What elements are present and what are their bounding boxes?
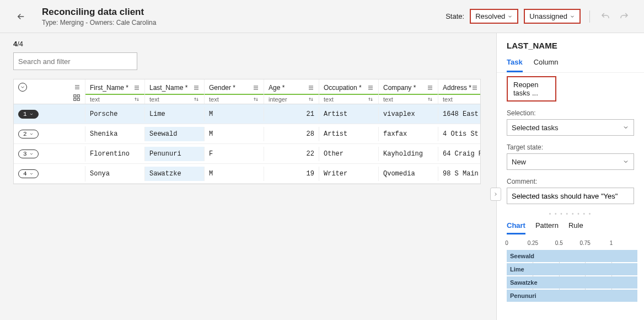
column-sort-icon[interactable] bbox=[367, 96, 374, 103]
cell-gender: M bbox=[205, 167, 264, 181]
column-menu-icon[interactable] bbox=[367, 84, 374, 91]
column-sort-icon[interactable] bbox=[193, 96, 200, 103]
assignee-dropdown[interactable]: Unassigned bbox=[524, 9, 581, 24]
cell-age: 22 bbox=[264, 147, 319, 161]
column-type: text bbox=[324, 96, 334, 103]
column-sort-icon[interactable] bbox=[427, 96, 433, 103]
svg-rect-3 bbox=[74, 95, 76, 97]
column-header-address[interactable]: Address * bbox=[443, 84, 471, 92]
target-state-dropdown[interactable]: New bbox=[507, 153, 634, 170]
cell-address: 64 Craig Ro bbox=[438, 147, 480, 161]
layout-grid-icon[interactable] bbox=[73, 94, 80, 102]
comment-label: Comment: bbox=[507, 178, 634, 185]
cell-first-name: Florentino bbox=[85, 147, 145, 161]
select-all-toggle[interactable] bbox=[18, 83, 27, 92]
cell-company: Qvomedia bbox=[379, 167, 438, 181]
row-selector[interactable]: 3 bbox=[18, 150, 39, 158]
cell-last-name: Sawatzke bbox=[145, 167, 205, 181]
chart-bar: Lime bbox=[507, 263, 637, 275]
page-subtitle: Type: Merging - Owners: Cale Carolina bbox=[42, 19, 156, 26]
column-type: text bbox=[383, 96, 393, 103]
cell-gender: F bbox=[205, 147, 264, 161]
tab-chart[interactable]: Chart bbox=[507, 218, 525, 234]
column-sort-icon[interactable] bbox=[308, 96, 314, 103]
column-menu-icon[interactable] bbox=[427, 84, 433, 91]
column-header-company[interactable]: Company * bbox=[383, 84, 416, 92]
column-type: text bbox=[90, 96, 100, 103]
column-sort-icon[interactable] bbox=[133, 96, 140, 103]
column-menu-icon[interactable] bbox=[308, 84, 314, 91]
cell-address: 98 S Main S bbox=[438, 167, 480, 181]
cell-first-name: Sonya bbox=[85, 167, 145, 181]
selection-dropdown[interactable]: Selected tasks bbox=[507, 119, 634, 136]
column-type: text bbox=[149, 96, 159, 103]
cell-gender: M bbox=[205, 127, 264, 141]
cell-gender: M bbox=[205, 107, 264, 121]
chart-bar: Sawatzke bbox=[507, 276, 637, 289]
column-type: text bbox=[209, 96, 219, 103]
column-header-last_name[interactable]: Last_Name * bbox=[149, 84, 187, 92]
column-header-first_name[interactable]: First_Name * bbox=[90, 84, 128, 92]
table-row[interactable]: 1 Porsche Lime M 21 Artist vivaplex 1648… bbox=[14, 104, 480, 124]
column-menu-icon[interactable] bbox=[193, 84, 200, 91]
table-row[interactable]: 4 Sonya Sawatzke M 19 Writer Qvomedia 98… bbox=[14, 164, 480, 184]
cell-address: 4 Otis St bbox=[438, 127, 480, 141]
search-input[interactable] bbox=[13, 52, 137, 70]
back-button[interactable] bbox=[13, 9, 29, 24]
tab-task[interactable]: Task bbox=[507, 54, 523, 72]
chevron-down-icon bbox=[622, 124, 629, 131]
panel-resize-handle[interactable]: • • • • • • • • bbox=[497, 210, 644, 218]
column-header-occupation[interactable]: Occupation * bbox=[324, 84, 362, 92]
selection-label: Selection: bbox=[507, 109, 634, 117]
cell-first-name: Porsche bbox=[85, 107, 145, 121]
column-header-age[interactable]: Age * bbox=[269, 84, 285, 92]
tab-column[interactable]: Column bbox=[534, 54, 559, 72]
cell-last-name: Lime bbox=[145, 107, 205, 121]
cell-company: faxfax bbox=[379, 127, 438, 141]
cell-age: 28 bbox=[264, 127, 319, 141]
cell-occupation: Other bbox=[319, 147, 379, 161]
panel-collapse-toggle[interactable] bbox=[490, 188, 501, 201]
chevron-down-icon bbox=[622, 158, 629, 165]
state-label: State: bbox=[446, 12, 464, 20]
chevron-down-icon bbox=[507, 14, 513, 19]
column-menu-icon[interactable] bbox=[471, 84, 478, 91]
cell-occupation: Artist bbox=[319, 107, 379, 121]
svg-rect-6 bbox=[77, 98, 79, 100]
cell-age: 21 bbox=[264, 107, 319, 121]
state-value: Resolved bbox=[475, 12, 505, 20]
tab-pattern[interactable]: Pattern bbox=[535, 218, 559, 234]
state-dropdown[interactable]: Resolved bbox=[470, 9, 518, 24]
undo-button[interactable] bbox=[599, 10, 612, 23]
cell-company: Kayholding bbox=[379, 147, 438, 161]
chart-bar: Penunuri bbox=[507, 290, 637, 302]
redo-button[interactable] bbox=[618, 10, 631, 23]
column-menu-icon[interactable] bbox=[74, 84, 80, 90]
chevron-down-icon bbox=[570, 14, 575, 19]
column-menu-icon[interactable] bbox=[133, 84, 140, 91]
column-sort-icon[interactable] bbox=[253, 96, 259, 103]
svg-rect-4 bbox=[77, 95, 79, 97]
panel-title: LAST_NAME bbox=[497, 33, 644, 54]
row-selector[interactable]: 2 bbox=[18, 130, 39, 138]
comment-input[interactable] bbox=[507, 188, 634, 204]
table-row[interactable]: 2 Shenika Seewald M 28 Artist faxfax 4 O… bbox=[14, 124, 480, 144]
column-menu-icon[interactable] bbox=[253, 84, 259, 91]
chart: 00.250.50.751 SeewaldLimeSawatzkePenunur… bbox=[497, 234, 644, 303]
row-selector[interactable]: 1 bbox=[18, 110, 39, 119]
tab-rule[interactable]: Rule bbox=[568, 218, 583, 234]
row-selector[interactable]: 4 bbox=[18, 169, 39, 178]
cell-last-name: Seewald bbox=[145, 127, 205, 141]
cell-first-name: Shenika bbox=[85, 127, 145, 141]
cell-age: 19 bbox=[264, 167, 319, 181]
chart-bar: Seewald bbox=[507, 250, 637, 262]
reopen-tasks-button[interactable]: Reopen tasks ... bbox=[507, 76, 556, 102]
table-row[interactable]: 3 Florentino Penunuri F 22 Other Kayhold… bbox=[14, 144, 480, 164]
cell-last-name: Penunuri bbox=[145, 147, 205, 161]
data-table: First_Name * text Last_Name * text Gende… bbox=[13, 79, 481, 184]
target-state-label: Target state: bbox=[507, 143, 634, 151]
cell-occupation: Artist bbox=[319, 127, 379, 141]
column-header-gender[interactable]: Gender * bbox=[209, 84, 235, 92]
cell-occupation: Writer bbox=[319, 167, 379, 181]
column-type: integer bbox=[269, 96, 287, 103]
